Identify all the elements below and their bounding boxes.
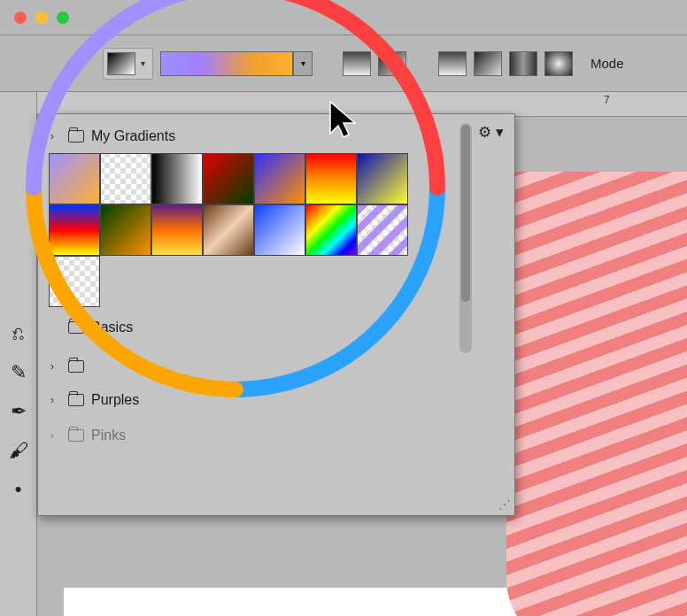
path-tool-icon[interactable]: ✎ bbox=[11, 361, 27, 384]
close-window-button[interactable] bbox=[14, 12, 27, 24]
chevron-down-icon: ▾ bbox=[137, 58, 149, 68]
scrollbar-thumb[interactable] bbox=[461, 125, 470, 302]
maximize-window-button[interactable] bbox=[57, 12, 69, 24]
gradient-swatch[interactable] bbox=[357, 204, 408, 256]
minimize-window-button[interactable] bbox=[35, 12, 48, 24]
resize-handle-icon[interactable]: ⋰ bbox=[498, 497, 511, 512]
gradient-swatch[interactable] bbox=[151, 204, 203, 256]
folder-pinks[interactable]: › Pinks bbox=[47, 422, 454, 449]
gear-icon[interactable]: ⚙ ▾ bbox=[478, 123, 504, 142]
options-toolbar: ▾ ▾ Mode bbox=[0, 35, 687, 92]
gradient-swatch[interactable] bbox=[49, 256, 100, 307]
popup-scrollbar[interactable] bbox=[459, 123, 472, 353]
folder-blues[interactable]: › bbox=[47, 355, 454, 378]
gradient-swatch[interactable] bbox=[305, 153, 357, 204]
canvas-image[interactable] bbox=[506, 172, 687, 616]
gradient-swatch[interactable] bbox=[203, 204, 254, 256]
window-titlebar bbox=[0, 0, 687, 35]
folder-icon bbox=[68, 130, 84, 142]
gradient-swatch[interactable] bbox=[203, 153, 254, 204]
gradient-swatch[interactable] bbox=[254, 153, 305, 204]
gradient-style-button-3[interactable] bbox=[509, 51, 537, 76]
folder-my-gradients[interactable]: › My Gradients bbox=[47, 123, 454, 150]
folder-icon bbox=[68, 429, 84, 442]
gradient-swatch[interactable] bbox=[254, 204, 305, 256]
folder-basics[interactable]: › Basics bbox=[47, 314, 454, 341]
chevron-right-icon: › bbox=[50, 130, 61, 142]
ruler-mark: 7 bbox=[604, 94, 610, 106]
gradient-preview-dropdown[interactable]: ▾ bbox=[160, 51, 313, 76]
gradient-picker-popup: ⚙ ▾ › My Gradients › bbox=[37, 113, 515, 516]
chevron-right-icon: › bbox=[50, 360, 61, 373]
gradient-swatch-picker[interactable]: ▾ bbox=[103, 48, 153, 80]
mode-label: Mode bbox=[591, 56, 624, 71]
gradient-swatch-grid bbox=[49, 153, 454, 307]
gradient-swatch[interactable] bbox=[151, 153, 203, 204]
gradient-swatch[interactable] bbox=[357, 153, 408, 204]
chevron-right-icon: › bbox=[50, 394, 61, 406]
gradient-type-linear-button[interactable] bbox=[343, 51, 371, 76]
gradient-preview bbox=[160, 51, 293, 76]
gradient-style-button-4[interactable] bbox=[544, 51, 573, 76]
folder-label: Purples bbox=[91, 392, 139, 408]
gradient-swatch[interactable] bbox=[49, 204, 100, 256]
gradient-style-button-1[interactable] bbox=[438, 51, 467, 76]
crop-tool-icon[interactable]: ⎌ bbox=[12, 322, 24, 345]
gradient-style-button-2[interactable] bbox=[474, 51, 502, 76]
more-tool-icon[interactable]: • bbox=[15, 478, 22, 501]
folder-purples[interactable]: › Purples bbox=[47, 387, 454, 413]
gradient-swatch[interactable] bbox=[305, 204, 357, 256]
gradient-swatch[interactable] bbox=[49, 153, 100, 204]
canvas-background bbox=[64, 588, 524, 616]
pen-tool-icon[interactable]: ✒ bbox=[11, 400, 27, 423]
gradient-type-radial-button[interactable] bbox=[378, 51, 406, 76]
chevron-down-icon: ▾ bbox=[293, 51, 313, 76]
folder-icon bbox=[68, 360, 84, 373]
gradient-swatch[interactable] bbox=[100, 153, 151, 204]
brush-tool-icon[interactable]: 🖌 bbox=[9, 439, 28, 462]
gradient-swatch[interactable] bbox=[100, 204, 151, 256]
popup-content: › My Gradients › Basics bbox=[47, 123, 454, 506]
folder-label: Basics bbox=[91, 320, 133, 335]
folder-icon bbox=[68, 394, 84, 406]
gradient-thumb bbox=[107, 52, 135, 75]
folder-label: Pinks bbox=[91, 427, 126, 443]
folder-label: My Gradients bbox=[91, 128, 175, 144]
folder-icon bbox=[68, 321, 84, 334]
chevron-right-icon: › bbox=[50, 429, 61, 442]
tools-panel: ⎌ ✎ ✒ 🖌 • bbox=[0, 92, 37, 616]
